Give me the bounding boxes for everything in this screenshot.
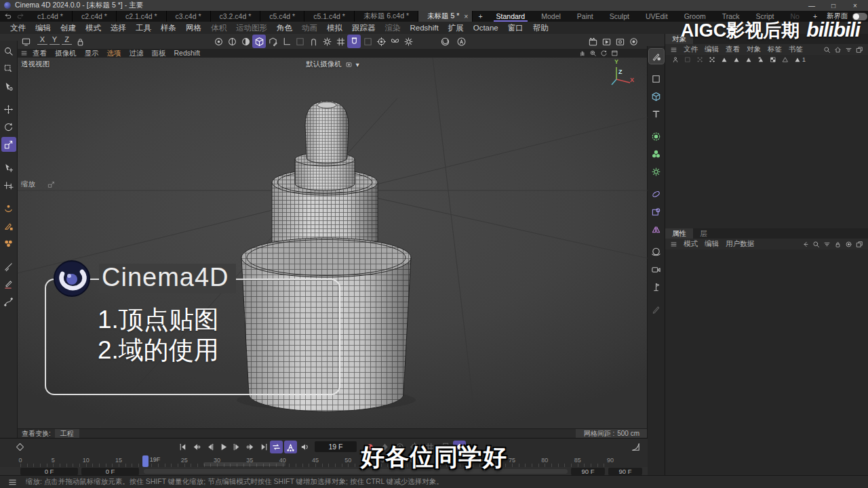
palette-icon[interactable] xyxy=(649,302,664,317)
document-tab[interactable]: c1.c4d * xyxy=(28,11,73,22)
camera-label[interactable]: 默认摄像机 ▾ xyxy=(18,60,648,69)
tool-icon[interactable] xyxy=(1,79,16,94)
palette-icon[interactable] xyxy=(649,204,664,219)
viewport-menu-item[interactable]: 过滤 xyxy=(125,49,148,58)
render-icon[interactable] xyxy=(599,35,613,48)
history-icon[interactable] xyxy=(15,11,26,22)
toolbar-icon[interactable] xyxy=(361,35,374,48)
panel-menu-item[interactable]: 编辑 xyxy=(701,45,722,54)
tool-icon[interactable] xyxy=(1,218,16,233)
burger-icon[interactable] xyxy=(669,45,679,55)
palette-icon[interactable] xyxy=(649,186,664,201)
panel-header-icon[interactable] xyxy=(833,239,843,249)
palette-icon[interactable] xyxy=(649,279,664,294)
panel-menu-item[interactable]: 编辑 xyxy=(701,239,722,249)
toolbar-icon[interactable] xyxy=(279,35,293,48)
toolbar-icon[interactable] xyxy=(388,35,401,48)
document-tab-active[interactable]: 未标题 5 * × xyxy=(418,11,473,22)
camera-box-icon[interactable] xyxy=(344,60,353,69)
panel-header-icon[interactable] xyxy=(822,45,832,55)
toolbar-icon[interactable] xyxy=(225,35,239,48)
palette-icon[interactable] xyxy=(649,222,664,237)
menu-item[interactable]: 选择 xyxy=(106,23,131,33)
close-button[interactable]: × xyxy=(846,2,864,9)
toolbar-icon[interactable] xyxy=(266,35,279,48)
filter-icon[interactable] xyxy=(768,56,777,64)
viewport-nav-icon[interactable] xyxy=(588,49,597,58)
burger-icon[interactable] xyxy=(5,475,19,488)
document-tab[interactable]: c2.c4d * xyxy=(73,11,117,22)
menu-item[interactable]: 帮助 xyxy=(528,23,553,33)
menu-item[interactable]: 创建 xyxy=(56,23,81,33)
tool-icon[interactable] xyxy=(1,294,16,309)
tool-icon[interactable] xyxy=(1,201,16,216)
toolbar-circle-icon[interactable] xyxy=(438,35,452,48)
document-tab[interactable]: 未标题 6.c4d * xyxy=(355,11,418,22)
palette-icon[interactable] xyxy=(649,106,664,121)
tool-icon[interactable] xyxy=(1,61,16,76)
viewport-menu-item[interactable]: 显示 xyxy=(81,49,103,58)
palette-icon[interactable] xyxy=(649,244,664,259)
viewport-menu-item[interactable]: Redshift xyxy=(170,49,205,58)
panel-header-icon[interactable] xyxy=(844,45,854,55)
panel-header-icon[interactable] xyxy=(811,239,821,249)
toolbar-circle-icon[interactable] xyxy=(454,35,468,48)
tool-icon[interactable] xyxy=(1,178,16,192)
filter-icon[interactable] xyxy=(671,56,679,64)
tool-icon[interactable] xyxy=(1,43,16,58)
palette-icon[interactable] xyxy=(649,146,664,161)
tool-icon[interactable] xyxy=(1,137,16,152)
workplane-lock-icon[interactable] xyxy=(73,35,87,48)
panel-header-icon[interactable] xyxy=(822,239,832,249)
attribute-tab[interactable]: 层 xyxy=(693,228,714,239)
layout-tab[interactable]: Model xyxy=(533,11,569,22)
menu-item[interactable]: 体积 xyxy=(206,23,231,33)
panel-menu-item[interactable]: 用户数据 xyxy=(722,239,757,249)
panel-menu-item[interactable]: 查看 xyxy=(722,45,743,54)
tool-icon[interactable] xyxy=(1,119,16,134)
menu-item[interactable]: 文件 xyxy=(5,23,31,33)
filter-icon[interactable] xyxy=(707,56,716,64)
layout-tab[interactable]: Sculpt xyxy=(601,11,637,22)
panel-header-icon[interactable] xyxy=(800,239,810,249)
menu-item[interactable]: 扩展 xyxy=(443,23,469,33)
menu-item[interactable]: 网格 xyxy=(181,23,206,33)
menu-item[interactable]: Octane xyxy=(469,24,503,32)
toolbar-icon[interactable] xyxy=(374,35,388,48)
filter-icon[interactable] xyxy=(683,56,692,64)
panel-menu-item[interactable]: 书签 xyxy=(785,45,806,54)
toolbar-icon[interactable] xyxy=(334,35,347,48)
attribute-tab[interactable]: 属性 xyxy=(665,228,693,239)
layout-tab[interactable]: Standard xyxy=(488,11,534,22)
maximize-button[interactable]: □ xyxy=(825,2,842,9)
menu-item[interactable]: 运动图形 xyxy=(231,23,272,33)
burger-icon[interactable] xyxy=(19,49,28,58)
document-tab[interactable]: c2.1.c4d * xyxy=(117,11,167,22)
transform-value[interactable]: 工程 xyxy=(55,429,79,438)
panel-header-icon[interactable] xyxy=(854,239,865,249)
history-icon[interactable] xyxy=(3,11,14,22)
document-tab[interactable]: c3.2.c4d * xyxy=(211,11,261,22)
menu-item[interactable]: 角色 xyxy=(272,23,297,33)
add-document-button[interactable]: + xyxy=(473,11,488,22)
tool-icon[interactable] xyxy=(1,277,16,291)
palette-icon[interactable] xyxy=(649,129,664,144)
axis-lock-button[interactable]: Z xyxy=(62,35,72,45)
palette-icon[interactable] xyxy=(649,89,664,104)
toolbar-icon[interactable] xyxy=(307,35,320,48)
attribute-body-empty[interactable] xyxy=(665,249,868,453)
panel-menu-item[interactable]: 标签 xyxy=(764,45,785,54)
object-tree-empty[interactable] xyxy=(665,64,868,227)
toolbar-icon[interactable] xyxy=(239,35,252,48)
filter-icon[interactable] xyxy=(744,56,753,64)
panel-header-icon[interactable] xyxy=(833,45,843,55)
viewport-menu-item[interactable]: 面板 xyxy=(148,49,170,58)
panel-menu-item[interactable]: 文件 xyxy=(680,45,701,54)
filter-icon[interactable] xyxy=(756,56,765,64)
menu-item[interactable]: 编辑 xyxy=(31,23,56,33)
menu-item[interactable]: 模式 xyxy=(81,23,106,33)
menu-item[interactable]: 动画 xyxy=(297,23,322,33)
menu-item[interactable]: 工具 xyxy=(131,23,156,33)
burger-icon[interactable] xyxy=(669,239,679,249)
layout-tab[interactable]: Paint xyxy=(569,11,601,22)
